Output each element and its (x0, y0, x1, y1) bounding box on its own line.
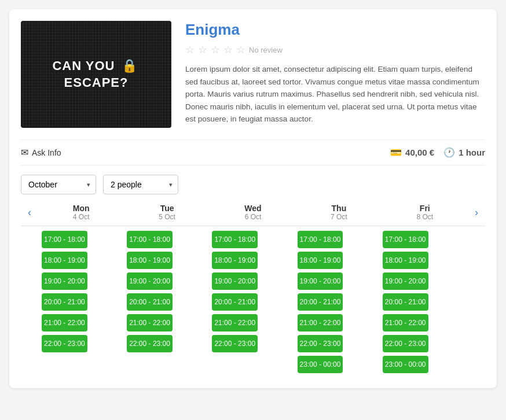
rating-row: ☆ ☆ ☆ ☆ ☆ No review (185, 43, 485, 56)
slot-button[interactable]: 20:00 - 21:00 (298, 293, 343, 311)
game-description: Lorem ipsum dolor sit amet, consectetur … (185, 63, 485, 126)
envelope-icon: ✉ (21, 147, 28, 158)
slot-button[interactable]: 17:00 - 18:00 (127, 231, 173, 248)
calendar-section: ‹ Mon 4 Oct Tue 5 Oct Wed 6 Oct Thu 7 Oc… (21, 204, 485, 373)
day-date-tue: 5 Oct (124, 213, 210, 221)
slot-row-5: 22:00 - 23:0022:00 - 23:0022:00 - 23:002… (21, 335, 485, 352)
top-section: CAN YOU 🔒 ESCAPE? Enigma ☆ ☆ ☆ ☆ ☆ No re… (21, 21, 485, 128)
slot-button[interactable]: 20:00 - 21:00 (127, 293, 173, 311)
ask-info-label: Ask Info (32, 148, 61, 157)
day-header-mon: Mon 4 Oct (38, 204, 124, 221)
slot-button[interactable]: 18:00 - 19:00 (127, 252, 173, 269)
slot-button[interactable]: 18:00 - 19:00 (42, 252, 87, 269)
image-text: CAN YOU 🔒 ESCAPE? (21, 58, 171, 91)
slot-button[interactable]: 22:00 - 23:00 (298, 335, 343, 352)
next-week-button[interactable]: › (468, 204, 485, 221)
day-header-thu: Thu 7 Oct (296, 204, 382, 221)
slot-button[interactable]: 20:00 - 21:00 (212, 293, 258, 311)
day-name-wed: Wed (210, 204, 296, 213)
month-select[interactable]: September October November (21, 175, 96, 194)
day-date-wed: 6 Oct (210, 213, 296, 221)
duration-value: 1 hour (459, 148, 485, 157)
game-image: CAN YOU 🔒 ESCAPE? (21, 21, 171, 128)
month-select-wrap: September October November ▾ (21, 175, 96, 194)
star-3: ☆ (211, 43, 220, 56)
game-title: Enigma (185, 21, 485, 39)
slot-row-2: 19:00 - 20:0019:00 - 20:0019:00 - 20:001… (21, 272, 485, 290)
day-header-tue: Tue 5 Oct (124, 204, 210, 221)
day-date-mon: 4 Oct (38, 213, 124, 221)
prev-week-button[interactable]: ‹ (21, 204, 38, 221)
price-duration: 💳 40,00 € 🕐 1 hour (390, 147, 485, 158)
slot-button[interactable]: 22:00 - 23:00 (127, 335, 173, 352)
day-header-fri: Fri 8 Oct (382, 204, 468, 221)
calendar-header: ‹ Mon 4 Oct Tue 5 Oct Wed 6 Oct Thu 7 Oc… (21, 204, 485, 226)
day-date-thu: 7 Oct (296, 213, 382, 221)
slot-button[interactable]: 17:00 - 18:00 (298, 231, 343, 248)
slot-button[interactable]: 19:00 - 20:00 (212, 272, 258, 290)
slot-button[interactable]: 21:00 - 22:00 (42, 314, 87, 331)
price-section: 💳 40,00 € (390, 147, 434, 158)
day-name-fri: Fri (382, 204, 468, 213)
image-line2: ESCAPE? (64, 75, 129, 90)
slot-row-6: 23:00 - 00:0023:00 - 00:00 (21, 356, 485, 373)
star-4: ☆ (223, 43, 233, 56)
slot-button[interactable]: 22:00 - 23:00 (42, 335, 87, 352)
slot-button[interactable]: 18:00 - 19:00 (212, 252, 258, 269)
star-5: ☆ (236, 43, 245, 56)
slot-button[interactable]: 19:00 - 20:00 (298, 272, 343, 290)
coin-icon: 💳 (390, 147, 402, 158)
slots-container: 17:00 - 18:0017:00 - 18:0017:00 - 18:001… (21, 231, 485, 373)
image-line1: CAN YOU (52, 58, 115, 73)
slot-button[interactable]: 17:00 - 18:00 (383, 231, 428, 248)
slot-button[interactable]: 23:00 - 00:00 (383, 356, 428, 373)
slot-button[interactable]: 21:00 - 22:00 (298, 314, 343, 331)
slot-button[interactable]: 19:00 - 20:00 (42, 272, 87, 290)
day-name-thu: Thu (296, 204, 382, 213)
action-bar: ✉ Ask Info 💳 40,00 € 🕐 1 hour (21, 139, 485, 165)
game-info: Enigma ☆ ☆ ☆ ☆ ☆ No review Lorem ipsum d… (185, 21, 485, 128)
clock-icon: 🕐 (443, 147, 455, 158)
main-card: CAN YOU 🔒 ESCAPE? Enigma ☆ ☆ ☆ ☆ ☆ No re… (9, 9, 497, 388)
filters-row: September October November ▾ 1 person 2 … (21, 175, 485, 194)
lock-icon: 🔒 (122, 58, 138, 73)
slot-button[interactable]: 21:00 - 22:00 (383, 314, 428, 331)
slot-button[interactable]: 19:00 - 20:00 (127, 272, 173, 290)
slot-button[interactable]: 22:00 - 23:00 (212, 335, 258, 352)
day-header-wed: Wed 6 Oct (210, 204, 296, 221)
slot-button[interactable]: 18:00 - 19:00 (383, 252, 428, 269)
slot-button[interactable]: 21:00 - 22:00 (212, 314, 258, 331)
ask-info-button[interactable]: ✉ Ask Info (21, 147, 61, 158)
slot-button[interactable]: 17:00 - 18:00 (42, 231, 87, 248)
slot-row-0: 17:00 - 18:0017:00 - 18:0017:00 - 18:001… (21, 231, 485, 248)
star-2: ☆ (198, 43, 207, 56)
slot-button[interactable]: 20:00 - 21:00 (383, 293, 428, 311)
slot-button[interactable]: 19:00 - 20:00 (383, 272, 428, 290)
day-name-mon: Mon (38, 204, 124, 213)
slot-button[interactable]: 22:00 - 23:00 (383, 335, 428, 352)
star-1: ☆ (185, 43, 195, 56)
slot-button[interactable]: 18:00 - 19:00 (298, 252, 343, 269)
day-date-fri: 8 Oct (382, 213, 468, 221)
people-select-wrap: 1 person 2 people 3 people 4 people ▾ (103, 175, 178, 194)
review-text: No review (249, 46, 283, 54)
slot-button[interactable]: 17:00 - 18:00 (212, 231, 258, 248)
day-name-tue: Tue (124, 204, 210, 213)
slot-button[interactable]: 21:00 - 22:00 (127, 314, 173, 331)
people-select[interactable]: 1 person 2 people 3 people 4 people (103, 175, 178, 194)
slot-button[interactable]: 20:00 - 21:00 (42, 293, 87, 311)
slot-row-4: 21:00 - 22:0021:00 - 22:0021:00 - 22:002… (21, 314, 485, 331)
slot-button[interactable]: 23:00 - 00:00 (298, 356, 343, 373)
duration-section: 🕐 1 hour (443, 147, 485, 158)
slot-row-3: 20:00 - 21:0020:00 - 21:0020:00 - 21:002… (21, 293, 485, 311)
price-value: 40,00 € (405, 148, 434, 157)
slot-row-1: 18:00 - 19:0018:00 - 19:0018:00 - 19:001… (21, 252, 485, 269)
